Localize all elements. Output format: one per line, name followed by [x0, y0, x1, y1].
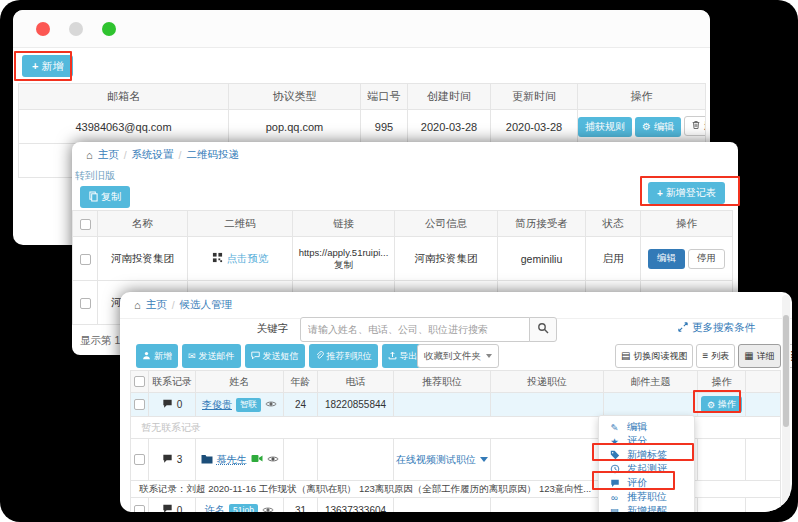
search-button[interactable] — [529, 317, 557, 342]
protocol-cell: pop.qq.com — [229, 110, 361, 144]
col-recommended-job: 推荐职位 — [394, 371, 491, 393]
export-icon — [388, 351, 397, 362]
scrollbar-thumb[interactable] — [783, 315, 789, 427]
recommended-job-link[interactable]: 在线视频测试职位 — [396, 453, 488, 467]
port-cell: 995 — [361, 110, 408, 144]
col-phone: 电话 — [318, 371, 394, 393]
table-header-row: 联系记录 姓名 年龄 电话 推荐职位 投递职位 邮件主题 操作 — [131, 371, 781, 393]
menu-item-comment[interactable]: 评价 — [599, 476, 694, 490]
list-view-button[interactable]: ≡ 列表 — [696, 344, 735, 368]
expand-icon — [678, 322, 688, 334]
chat-bubble-icon — [162, 454, 173, 466]
copy-button[interactable]: 复制 — [80, 186, 130, 208]
candidate-name-link[interactable]: 许名 — [205, 503, 225, 512]
col-created: 创建时间 — [408, 84, 491, 110]
home-icon: ⌂ — [86, 149, 93, 161]
window-titlebar — [13, 10, 710, 48]
paperclip-icon — [315, 351, 324, 362]
candidate-name-link[interactable]: 李俊贵 — [202, 398, 232, 412]
company-cell: 河南投资集团 — [395, 237, 498, 281]
contact-count-cell: 3 — [149, 439, 196, 481]
menu-item-start-assessment[interactable]: 发起测评 — [599, 462, 694, 476]
caret-down-icon — [480, 457, 488, 462]
apply-link[interactable]: https://apply.51ruipi... — [293, 247, 394, 259]
send-sms-button[interactable]: 发送短信 — [245, 344, 305, 368]
caret-down-icon — [486, 354, 492, 358]
screenshot-canvas: + 新增 邮箱名 协议类型 端口号 创建时间 更新时间 操作 43984063@… — [0, 0, 798, 522]
disable-button[interactable]: 停用 — [688, 249, 725, 269]
row-checkbox[interactable] — [80, 298, 91, 309]
view-switch-group: ▤ 切换阅读视图 ≡ 列表 ▦ 详细 ⣿ — [615, 344, 792, 368]
add-candidate-button[interactable]: 新增 — [136, 344, 178, 368]
reading-view-button[interactable]: ▤ 切换阅读视图 — [615, 344, 693, 368]
phone-cell: 13637333604 — [318, 498, 394, 513]
qr-code-icon — [212, 252, 223, 265]
col-company: 公司信息 — [395, 211, 498, 237]
traffic-light-minimize-icon[interactable] — [69, 22, 83, 36]
contact-count-cell: 0 — [149, 393, 196, 417]
col-name: 姓名 — [196, 371, 284, 393]
status-cell: 启用 — [586, 237, 641, 281]
qr-preview-link[interactable]: 点击预览 — [227, 252, 269, 266]
menu-item-score[interactable]: ★ 评分 — [599, 434, 694, 448]
col-mail-subject: 邮件主题 — [604, 371, 698, 393]
candidate-name-link[interactable]: 慕先生 — [217, 453, 247, 467]
qrcode-cell: 点击预览 — [188, 237, 293, 281]
copy-link[interactable]: 复制 — [293, 259, 394, 271]
age-cell: 24 — [284, 393, 318, 417]
breadcrumb-home[interactable]: 主页 — [98, 148, 119, 162]
add-mailbox-button[interactable]: + 新增 — [22, 55, 73, 77]
menu-item-recommend-job[interactable]: ∞ 推荐职位 — [599, 490, 694, 504]
col-mailbox: 邮箱名 — [19, 84, 229, 110]
row-checkbox[interactable] — [80, 254, 91, 265]
mailbox-cell: 43984063@qq.com — [19, 110, 229, 144]
traffic-light-zoom-icon[interactable] — [102, 22, 116, 36]
search-input[interactable] — [300, 317, 530, 342]
clock-icon — [609, 464, 620, 474]
detail-view-button[interactable]: ▦ 详细 — [738, 344, 780, 368]
breadcrumb-system-settings[interactable]: 系统设置 — [132, 148, 174, 162]
row-action-button[interactable]: ⚙ 操作 — [701, 396, 742, 413]
reminder-icon: ▤ — [609, 506, 620, 513]
row-checkbox[interactable] — [134, 505, 145, 512]
link-cell: https://apply.51ruipi... 复制 — [293, 237, 395, 281]
pencil-icon: ✎ — [609, 422, 620, 433]
breadcrumb-qrcode-delivery[interactable]: 二维码投递 — [187, 148, 240, 162]
breadcrumb-candidates[interactable]: 候选人管理 — [180, 298, 233, 312]
row-checkbox[interactable] — [134, 399, 145, 410]
menu-item-edit[interactable]: ✎ 编辑 — [599, 420, 694, 434]
send-email-button[interactable]: ✉ 发送邮件 — [182, 344, 241, 368]
col-actions: 操作 — [698, 371, 746, 393]
recommend-to-job-button[interactable]: 推荐到职位 — [309, 344, 378, 368]
row-checkbox[interactable] — [134, 454, 145, 465]
clipboard-icon — [89, 191, 98, 204]
breadcrumb-home[interactable]: 主页 — [146, 298, 167, 312]
capture-rules-button[interactable]: 捕获规则 — [578, 117, 632, 137]
phone-cell: 18220855844 — [318, 393, 394, 417]
video-camera-icon[interactable] — [251, 454, 263, 465]
menu-item-add-reminder[interactable]: ▤ 新增提醒 — [599, 504, 694, 512]
menu-item-add-tag[interactable]: 新增标签 — [599, 448, 694, 462]
envelope-icon: ✉ — [188, 351, 196, 361]
trash-icon — [691, 120, 701, 132]
select-all-checkbox[interactable] — [80, 219, 91, 230]
folder-collect-select[interactable]: 收藏到文件夹 — [417, 344, 499, 368]
edit-button[interactable]: 编辑 — [648, 249, 685, 269]
delete-button[interactable]: 删除 — [684, 116, 705, 136]
select-all-checkbox[interactable] — [134, 376, 145, 387]
col-spacer — [746, 371, 781, 393]
legacy-version-link[interactable]: 转到旧版 — [75, 169, 115, 183]
add-registration-form-button[interactable]: + 新增登记表 — [648, 182, 725, 204]
col-protocol: 协议类型 — [229, 84, 361, 110]
more-search-filters-link[interactable]: 更多搜索条件 — [678, 321, 755, 335]
reading-view-icon: ▤ — [621, 351, 630, 361]
source-badge: 智联 — [236, 398, 261, 412]
home-icon: ⌂ — [134, 299, 141, 311]
col-status: 状态 — [586, 211, 641, 237]
traffic-light-close-icon[interactable] — [36, 22, 50, 36]
eye-icon[interactable] — [262, 505, 274, 513]
eye-icon[interactable] — [265, 399, 277, 410]
edit-button[interactable]: ⚙ 编辑 — [635, 117, 681, 137]
eye-icon[interactable] — [267, 454, 279, 465]
chat-bubble-icon — [162, 399, 173, 411]
